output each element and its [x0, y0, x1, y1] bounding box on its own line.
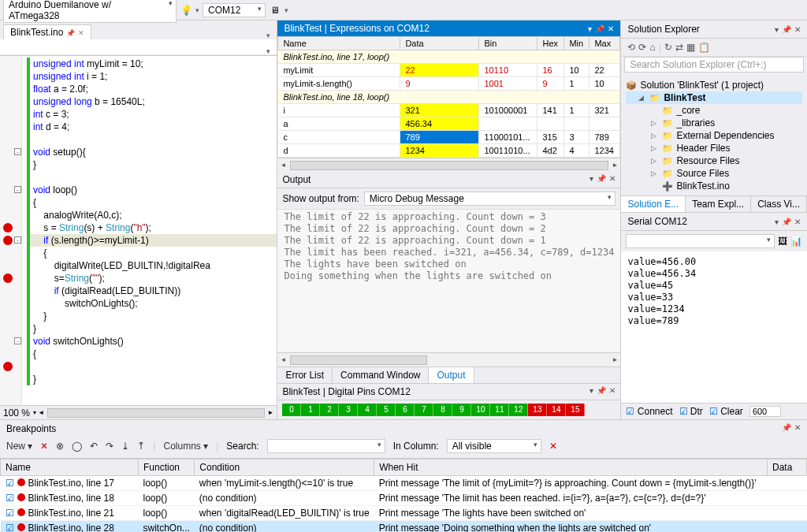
code-line[interactable]: { — [27, 348, 277, 360]
fwd-icon[interactable]: ⟳ — [638, 42, 646, 53]
tree-item[interactable]: ▷📁 External Dependencies — [626, 129, 802, 142]
expr-row[interactable]: myLimit2210110161022 — [278, 64, 620, 77]
code-line[interactable] — [27, 360, 277, 373]
dropdown-icon[interactable]: ▾ — [775, 218, 779, 226]
close-icon[interactable]: ✕ — [794, 423, 801, 434]
breakpoint-marker[interactable] — [3, 362, 13, 371]
code-line[interactable]: unsigned int myLimit = 10; — [27, 58, 277, 70]
output-hscroll[interactable] — [277, 352, 620, 366]
code-line[interactable]: void setup(){ — [27, 146, 277, 158]
code-line[interactable]: } — [27, 310, 277, 322]
code-line[interactable]: void switchOnLights() — [27, 335, 277, 348]
output-tab[interactable]: Output — [429, 367, 474, 383]
close-icon[interactable]: ✕ — [608, 24, 614, 33]
port-select[interactable]: COM12 — [203, 3, 266, 17]
expr-row[interactable]: i3211010000011411321 — [278, 104, 620, 117]
tab-dropdown-icon[interactable]: ▾ — [263, 32, 273, 39]
output-body[interactable]: The limit of 22 is approaching. Count do… — [277, 210, 620, 352]
tree-item[interactable]: ▷📁 Resource Files — [626, 154, 802, 167]
editor-tab[interactable]: BlinkTest.ino — [3, 24, 91, 39]
code-line[interactable]: if (s.length()>=myLimit-1) — [27, 234, 277, 247]
breakpoint-row[interactable]: BlinkTest.ino, line 17loop()when 'myLimi… — [1, 476, 807, 491]
board-select[interactable]: Arduino Duemilanove w/ ATmega328 — [3, 0, 177, 23]
tree-item[interactable]: ▷📁 Header Files — [626, 142, 802, 154]
code-line[interactable]: } — [27, 373, 277, 385]
image-icon[interactable]: 🖼 — [778, 236, 787, 247]
pin-icon[interactable]: 📌 — [782, 25, 791, 34]
code-line[interactable]: unsigned long b = 16540L; — [27, 95, 277, 108]
tree-item[interactable]: 📦 Solution 'BlinkTest' (1 project) — [626, 79, 802, 91]
tree-item[interactable]: ➕ BlinkTest.ino — [626, 180, 802, 192]
pin-icon[interactable]: 📌 — [782, 423, 791, 434]
serial-checkbox[interactable]: Dtr — [679, 406, 703, 417]
close-icon[interactable]: ✕ — [609, 174, 615, 185]
code-line[interactable] — [27, 133, 277, 146]
breakpoints-table[interactable]: NameFunctionConditionWhen HitDataBlinkTe… — [0, 459, 807, 532]
close-icon[interactable] — [78, 27, 84, 38]
breakpoint-row[interactable]: BlinkTest.ino, line 21loop()when 'digita… — [1, 506, 807, 521]
delete-all-icon[interactable]: ⊗ — [56, 441, 64, 452]
showall-icon[interactable]: ▦ — [686, 42, 695, 53]
code-line[interactable]: s = String(s) + String("h"); — [27, 221, 277, 234]
incol-select[interactable]: All visible — [447, 439, 541, 453]
home-icon[interactable]: ⌂ — [649, 42, 655, 53]
pin-icon[interactable]: 📌 — [595, 24, 604, 33]
code-line[interactable]: int d = 4; — [27, 121, 277, 133]
code-line[interactable]: } — [27, 158, 277, 171]
close-icon[interactable]: ✕ — [794, 218, 801, 226]
solution-tab[interactable]: Team Expl... — [686, 196, 751, 212]
output-tab[interactable]: Error List — [277, 367, 333, 383]
dropdown-icon[interactable]: ▾ — [588, 24, 592, 33]
expr-row[interactable]: a456.34 — [278, 117, 620, 131]
export-icon[interactable]: ⤒ — [137, 441, 145, 452]
serial-input[interactable] — [626, 234, 775, 248]
solution-tree[interactable]: 📦 Solution 'BlinkTest' (1 project)◢📁 Bli… — [621, 76, 807, 195]
serial-checkbox[interactable]: Clear — [709, 406, 743, 417]
code-line[interactable]: analogWrite(A0,c); — [27, 209, 277, 221]
breakpoint-marker[interactable] — [3, 273, 13, 283]
enable-icon[interactable]: ◯ — [72, 441, 82, 452]
back-icon[interactable]: ⟲ — [627, 42, 635, 53]
tree-item[interactable]: ▷📁 Source Files — [626, 167, 802, 180]
clear-search-icon[interactable]: ✕ — [549, 441, 557, 452]
code-line[interactable]: if (digitalRead(LED_BUILTIN)) — [27, 285, 277, 297]
bp-search-input[interactable] — [267, 439, 385, 453]
import-icon[interactable]: ⤓ — [121, 441, 129, 452]
breakpoint-row[interactable]: BlinkTest.ino, line 28switchOn...(no con… — [1, 521, 807, 533]
baud-input[interactable] — [749, 406, 781, 417]
delete-icon[interactable]: ✕ — [40, 441, 48, 452]
columns-button[interactable]: Columns ▾ — [163, 441, 208, 452]
code-line[interactable]: void loop() — [27, 184, 277, 196]
fold-toggle[interactable]: - — [14, 148, 21, 155]
code-line[interactable]: digitalWrite(LED_BUILTIN,!digitalRea — [27, 259, 277, 272]
tree-item[interactable]: 📁 _core — [626, 104, 802, 117]
chart-icon[interactable]: 📊 — [790, 236, 802, 247]
refresh-icon[interactable]: ↻ — [664, 42, 672, 53]
serial-output[interactable]: value=456.00value=456.34value=45value=33… — [621, 251, 807, 403]
pin-icon[interactable] — [66, 27, 75, 38]
solution-tab[interactable]: Class Vi... — [751, 196, 807, 212]
expr-row[interactable]: myLimit-s.length()910019110 — [278, 77, 620, 91]
help-icon[interactable]: 💡 — [180, 4, 192, 17]
serial-checkbox[interactable]: Connect — [626, 406, 672, 417]
dropdown-icon[interactable]: ▾ — [589, 386, 593, 397]
fold-toggle[interactable]: - — [14, 236, 21, 244]
breakpoint-marker[interactable] — [3, 236, 13, 245]
solution-tab[interactable]: Solution E... — [621, 196, 686, 212]
expressions-table[interactable]: NameDataBinHexMinMaxBlinkTest.ino, line … — [277, 36, 620, 158]
close-icon[interactable]: ✕ — [794, 25, 801, 34]
code-line[interactable]: } — [27, 322, 277, 335]
monitor-icon[interactable]: 🖥 — [269, 4, 281, 17]
expr-hscroll[interactable] — [277, 158, 620, 172]
scope-select[interactable] — [3, 47, 273, 48]
new-button[interactable]: New ▾ — [6, 441, 32, 452]
dropdown-icon[interactable]: ▾ — [589, 174, 593, 185]
code-line[interactable]: float a = 2.0f; — [27, 83, 277, 95]
breakpoint-row[interactable]: BlinkTest.ino, line 18loop()(no conditio… — [1, 491, 807, 506]
code-line[interactable]: int c = 3; — [27, 108, 277, 121]
pin-icon[interactable]: 📌 — [782, 218, 791, 226]
code-line[interactable]: { — [27, 196, 277, 209]
code-line[interactable] — [27, 171, 277, 184]
properties-icon[interactable]: 📋 — [698, 42, 710, 53]
output-source-select[interactable]: Micro Debug Message — [364, 192, 616, 206]
